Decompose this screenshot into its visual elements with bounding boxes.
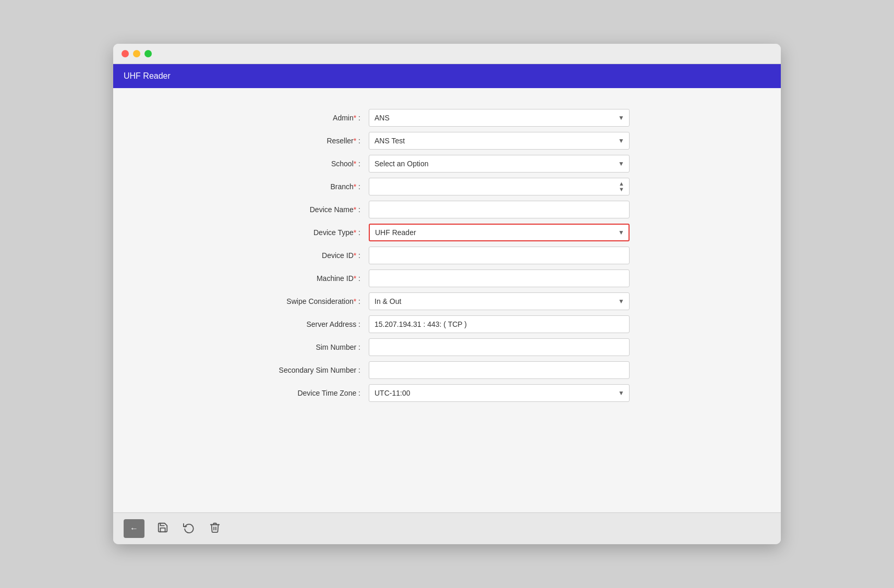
school-select-wrapper: Select an Option ▼ xyxy=(369,155,630,173)
server-address-row: Server Address : xyxy=(264,315,630,333)
title-bar xyxy=(113,44,781,64)
secondary-sim-label: Secondary Sim Number : xyxy=(264,366,369,374)
swipe-consideration-label: Swipe Consideration* : xyxy=(264,297,369,305)
school-select[interactable]: Select an Option xyxy=(369,155,630,173)
device-type-select-wrapper: UHF Reader ▼ xyxy=(369,224,630,241)
device-name-label: Device Name* : xyxy=(264,205,369,214)
branch-label: Branch* : xyxy=(264,182,369,191)
reseller-label: Reseller* : xyxy=(264,137,369,145)
device-timezone-label: Device Time Zone : xyxy=(264,389,369,397)
app-header: UHF Reader xyxy=(113,64,781,88)
app-window: UHF Reader Admin* : ANS ▼ Reseller* : xyxy=(113,44,781,544)
admin-select[interactable]: ANS xyxy=(369,109,630,127)
reseller-row: Reseller* : ANS Test ▼ xyxy=(264,132,630,150)
main-content: Admin* : ANS ▼ Reseller* : ANS Test xyxy=(113,88,781,512)
admin-select-wrapper: ANS ▼ xyxy=(369,109,630,127)
reseller-select-wrapper: ANS Test ▼ xyxy=(369,132,630,150)
form-container: Admin* : ANS ▼ Reseller* : ANS Test xyxy=(264,109,630,407)
footer-bar: ← xyxy=(113,512,781,544)
device-timezone-select-wrapper: UTC-11:00 UTC-10:00 UTC-09:00 UTC-08:00 … xyxy=(369,384,630,402)
server-address-input[interactable] xyxy=(369,315,630,333)
swipe-consideration-row: Swipe Consideration* : In & Out In Only … xyxy=(264,292,630,310)
admin-label: Admin* : xyxy=(264,114,369,122)
device-id-label: Device ID* : xyxy=(264,251,369,260)
device-type-select[interactable]: UHF Reader xyxy=(369,224,630,241)
machine-id-row: Machine ID* : xyxy=(264,270,630,287)
back-button[interactable]: ← xyxy=(124,519,144,538)
device-type-row: Device Type* : UHF Reader ▼ xyxy=(264,224,630,241)
device-timezone-row: Device Time Zone : UTC-11:00 UTC-10:00 U… xyxy=(264,384,630,402)
branch-select[interactable] xyxy=(369,178,630,195)
school-label: School* : xyxy=(264,160,369,168)
machine-id-label: Machine ID* : xyxy=(264,274,369,283)
server-address-label: Server Address : xyxy=(264,320,369,328)
swipe-consideration-select[interactable]: In & Out In Only Out Only xyxy=(369,292,630,310)
swipe-consideration-select-wrapper: In & Out In Only Out Only ▼ xyxy=(369,292,630,310)
minimize-button[interactable] xyxy=(133,50,140,57)
machine-id-input[interactable] xyxy=(369,270,630,287)
sim-number-input[interactable] xyxy=(369,338,630,356)
device-type-label: Device Type* : xyxy=(264,228,369,237)
reset-button[interactable] xyxy=(181,520,197,538)
device-id-row: Device ID* : xyxy=(264,247,630,264)
secondary-sim-input[interactable] xyxy=(369,361,630,379)
school-row: School* : Select an Option ▼ xyxy=(264,155,630,173)
device-name-input[interactable] xyxy=(369,201,630,218)
device-name-row: Device Name* : xyxy=(264,201,630,218)
maximize-button[interactable] xyxy=(144,50,152,57)
app-title: UHF Reader xyxy=(124,71,171,80)
sim-number-row: Sim Number : xyxy=(264,338,630,356)
secondary-sim-row: Secondary Sim Number : xyxy=(264,361,630,379)
admin-row: Admin* : ANS ▼ xyxy=(264,109,630,127)
sim-number-label: Sim Number : xyxy=(264,343,369,351)
save-button[interactable] xyxy=(155,520,171,538)
branch-row: Branch* : ▲▼ xyxy=(264,178,630,195)
branch-select-wrapper: ▲▼ xyxy=(369,178,630,195)
close-button[interactable] xyxy=(122,50,129,57)
device-id-input[interactable] xyxy=(369,247,630,264)
device-timezone-select[interactable]: UTC-11:00 UTC-10:00 UTC-09:00 UTC-08:00 … xyxy=(369,384,630,402)
delete-button[interactable] xyxy=(207,520,223,538)
reseller-select[interactable]: ANS Test xyxy=(369,132,630,150)
